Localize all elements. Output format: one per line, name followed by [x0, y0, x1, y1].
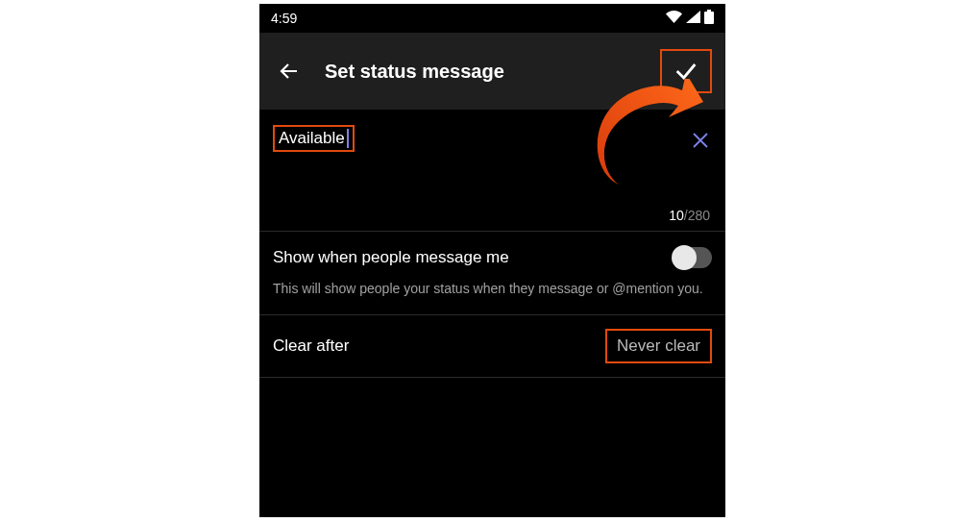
clear-input-button[interactable] [685, 125, 716, 156]
svg-rect-0 [707, 10, 711, 12]
close-icon [691, 131, 710, 150]
phone-screen: 4:59 Set status message A [259, 4, 725, 517]
confirm-button[interactable] [660, 49, 712, 93]
show-when-toggle[interactable] [674, 247, 712, 268]
clear-after-value[interactable]: Never clear [605, 329, 712, 363]
text-cursor [347, 129, 349, 148]
char-count-current: 10 [669, 208, 684, 223]
content-area: Available 10/280 Show when people messag… [259, 110, 725, 378]
status-input[interactable]: Available [279, 129, 345, 148]
show-when-label: Show when people message me [273, 248, 509, 267]
status-input-highlight: Available [273, 125, 355, 152]
arrow-left-icon [278, 60, 301, 83]
toggle-knob [672, 245, 697, 270]
signal-icon [686, 11, 700, 26]
show-when-description: This will show people your status when t… [273, 280, 712, 299]
app-bar: Set status message [259, 33, 725, 110]
android-status-bar: 4:59 [259, 4, 725, 33]
char-counter: 10/280 [273, 208, 710, 223]
page-title: Set status message [325, 61, 504, 83]
show-when-section: Show when people message me This will sh… [259, 232, 725, 315]
clear-after-section[interactable]: Clear after Never clear [259, 315, 725, 378]
char-count-max: 280 [688, 208, 710, 223]
status-time: 4:59 [271, 11, 297, 26]
svg-rect-1 [704, 12, 714, 24]
wifi-icon [666, 11, 682, 26]
status-input-section: Available 10/280 [259, 110, 725, 232]
battery-icon [704, 10, 714, 27]
status-redacted [301, 7, 445, 30]
clear-after-label: Clear after [273, 336, 349, 356]
back-button[interactable] [273, 55, 306, 87]
check-icon [673, 58, 699, 85]
